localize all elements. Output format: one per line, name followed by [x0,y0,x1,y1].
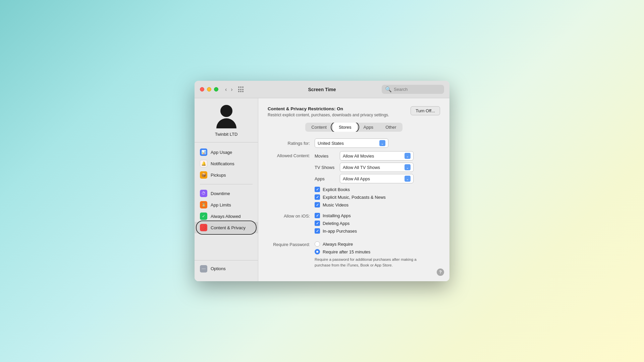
require-password-content: Always Require Require after 15 minutes … [315,241,440,267]
sidebar-item-pickups-label: Pickups [211,173,226,178]
movies-value: Allow All Movies [343,154,374,159]
bell-icon: 🔔 [200,160,207,167]
allowed-content-label: Allowed Content: [268,151,315,158]
music-videos-row: Music Videos [315,202,440,207]
sidebar-bottom: ⋯ Options [195,260,258,275]
check-circle-icon: ✓ [200,213,207,220]
allow-ios-content: Installing Apps Deleting Apps In-app Pur… [315,213,440,236]
installing-apps-row: Installing Apps [315,213,440,218]
explicit-books-row: Explicit Books [315,187,440,192]
downtime-icon: ⏱ [200,190,207,197]
grid-icon[interactable] [238,86,244,93]
tv-shows-label: TV Shows [315,165,336,170]
sidebar-item-app-usage-label: App Usage [211,150,232,155]
sidebar-item-content-privacy[interactable]: 🚫 Content & Privacy [195,222,258,233]
apps-select[interactable]: Allow All Apps [340,174,414,183]
bar-chart-icon: 📊 [200,148,207,156]
restrictions-text: Content & Privacy Restrictions: On Restr… [268,106,389,117]
movies-select[interactable]: Allow All Movies [340,151,414,161]
tab-content[interactable]: Content [305,123,333,132]
turn-off-button[interactable]: Turn Off... [411,106,440,115]
help-button[interactable]: ? [437,268,444,276]
explicit-books-checkbox[interactable] [315,187,320,192]
always-require-row: Always Require [315,241,440,247]
movies-arrow-icon [405,153,411,159]
restrictions-title: Content & Privacy Restrictions: On [268,106,389,111]
back-button[interactable]: ‹ [224,86,228,93]
sidebar-item-notifications-label: Notifications [211,161,234,166]
require-password-label: Require Password: [268,241,315,247]
require-15min-label: Require after 15 minutes [323,249,370,254]
restrictions-header: Content & Privacy Restrictions: On Restr… [268,106,440,117]
close-button[interactable] [200,87,204,92]
ratings-for-select[interactable]: United States [315,138,388,148]
explicit-music-row: Explicit Music, Podcasts & News [315,194,440,200]
sidebar-item-app-usage[interactable]: 📊 App Usage [195,146,258,158]
sidebar-item-app-limits[interactable]: ⏳ App Limits [195,199,258,210]
sidebar-item-downtime-label: Downtime [211,191,230,196]
deleting-apps-checkbox[interactable] [315,221,320,226]
apps-row: Apps Allow All Apps [315,174,414,183]
require-15min-row: Require after 15 minutes [315,249,440,254]
installing-apps-checkbox[interactable] [315,213,320,218]
timer-icon: ⏳ [200,201,207,208]
avatar-body [216,118,236,128]
block-icon: 🚫 [200,224,207,231]
sidebar-divider [200,184,253,184]
music-videos-checkbox[interactable] [315,202,320,207]
nav-arrows: ‹ › [224,86,234,93]
music-videos-label: Music Videos [323,202,348,207]
tv-shows-row: TV Shows Allow All TV Shows [315,163,414,172]
explicit-checkboxes: Explicit Books Explicit Music, Podcasts … [315,187,440,207]
main-content: Content & Privacy Restrictions: On Restr… [258,98,449,281]
sidebar-item-options-label: Options [211,266,226,271]
inapp-purchases-row: In-app Purchases [315,228,440,234]
tabs-container: Content Stores Apps Other [305,123,402,132]
require-15min-radio[interactable] [315,249,320,254]
tab-apps[interactable]: Apps [357,123,379,132]
deleting-apps-label: Deleting Apps [323,221,350,226]
tab-other[interactable]: Other [379,123,402,132]
window-body: Twinbit LTD 📊 App Usage 🔔 Notifications … [195,98,449,281]
always-require-radio[interactable] [315,241,320,247]
explicit-books-label: Explicit Books [323,187,350,192]
restrictions-status: On [337,106,343,111]
maximize-button[interactable] [214,87,218,92]
tv-shows-value: Allow All TV Shows [343,165,380,170]
allow-ios-section: Allow on iOS: Installing Apps Deleting A… [268,213,440,236]
sidebar-item-notifications[interactable]: 🔔 Notifications [195,158,258,169]
avatar-head [220,105,232,117]
ratings-for-label: Ratings for: [268,141,315,146]
sidebar-item-pickups[interactable]: 📦 Pickups [195,169,258,181]
forward-button[interactable]: › [229,86,234,93]
allow-ios-label: Allow on iOS: [268,213,315,219]
sidebar-group-2: ⏱ Downtime ⏳ App Limits ✓ Always Allowed… [195,186,258,235]
sidebar-item-options[interactable]: ⋯ Options [195,263,258,275]
tab-stores[interactable]: Stores [333,123,358,132]
select-arrow-icon [379,140,385,146]
sidebar-item-content-privacy-label: Content & Privacy [211,225,246,230]
sidebar-item-always-allowed[interactable]: ✓ Always Allowed [195,210,258,222]
tv-shows-select[interactable]: Allow All TV Shows [340,163,414,172]
apps-arrow-icon [405,176,411,182]
explicit-music-label: Explicit Music, Podcasts & News [323,195,386,200]
allowed-fields: Movies Allow All Movies TV Shows Allow A… [315,151,414,183]
apps-label: Apps [315,176,336,181]
avatar [214,105,238,129]
inapp-purchases-checkbox[interactable] [315,228,320,234]
search-icon: 🔍 [385,86,392,93]
sidebar-item-downtime[interactable]: ⏱ Downtime [195,188,258,199]
sidebar-item-always-allowed-label: Always Allowed [211,214,241,219]
always-require-label: Always Require [323,242,353,247]
user-section: Twinbit LTD [195,105,258,142]
require-note: Require a password for additional purcha… [315,257,429,267]
inapp-purchases-label: In-app Purchases [323,229,357,234]
search-bar[interactable]: 🔍 [382,85,444,94]
search-input[interactable] [394,87,441,92]
explicit-music-checkbox[interactable] [315,194,320,200]
movies-label: Movies [315,154,336,159]
titlebar: ‹ › Screen Time 🔍 [195,81,449,98]
ratings-for-value: United States [318,141,344,146]
require-password-section: Require Password: Always Require Require… [268,241,440,267]
minimize-button[interactable] [207,87,211,92]
